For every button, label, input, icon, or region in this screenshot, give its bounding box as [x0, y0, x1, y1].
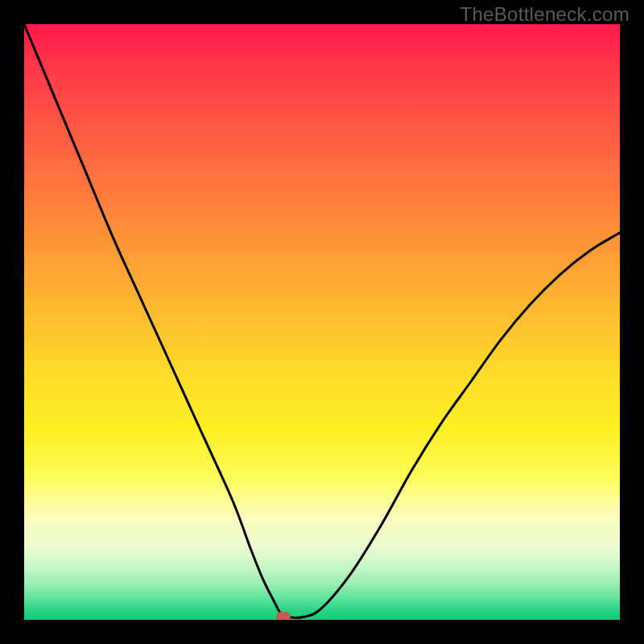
curve-svg: [24, 24, 620, 620]
minimum-marker-icon: [276, 612, 291, 620]
bottleneck-curve: [24, 24, 620, 617]
plot-area: [24, 24, 620, 620]
watermark-label: TheBottleneck.com: [460, 3, 630, 26]
chart-container: TheBottleneck.com: [0, 0, 644, 644]
